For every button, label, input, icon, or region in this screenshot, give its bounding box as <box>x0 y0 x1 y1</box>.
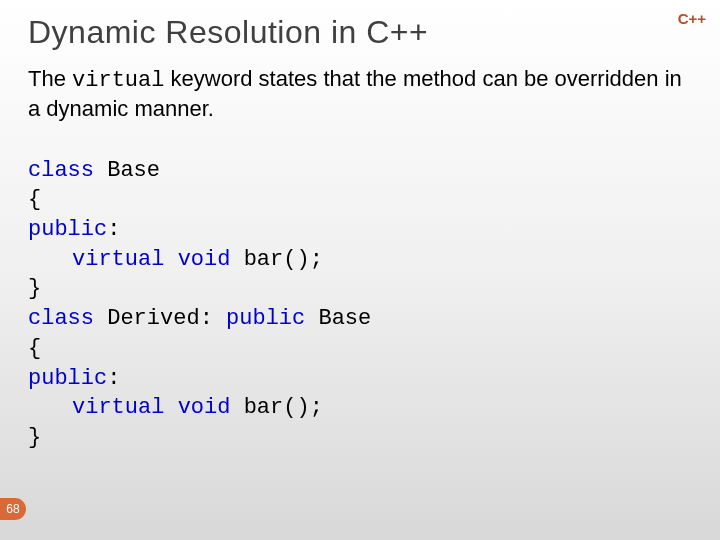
page-number-badge: 68 <box>0 498 26 520</box>
code-text: Base <box>94 158 160 183</box>
kw-void-1: void <box>178 247 231 272</box>
code-line-8: public: <box>28 366 120 391</box>
code-space <box>164 247 177 272</box>
kw-public-3: public <box>28 366 107 391</box>
kw-public-1: public <box>28 217 107 242</box>
slide: C++ Dynamic Resolution in C++ The virtua… <box>0 0 720 540</box>
code-text: : <box>107 217 120 242</box>
intro-pre: The <box>28 66 72 91</box>
code-line-2: { <box>28 187 41 212</box>
code-space <box>164 395 177 420</box>
language-badge: C++ <box>678 10 706 27</box>
code-line-7: { <box>28 336 41 361</box>
kw-void-2: void <box>178 395 231 420</box>
kw-virtual-1: virtual <box>72 247 164 272</box>
kw-public-2: public <box>226 306 305 331</box>
code-block: class Base { public: virtual void bar();… <box>28 126 692 453</box>
intro-keyword: virtual <box>72 68 164 93</box>
slide-title: Dynamic Resolution in C++ <box>28 14 692 51</box>
kw-class-1: class <box>28 158 94 183</box>
code-line-6: class Derived: public Base <box>28 306 371 331</box>
intro-text: The virtual keyword states that the meth… <box>28 65 692 122</box>
code-text: Derived: <box>94 306 226 331</box>
code-line-10: } <box>28 425 41 450</box>
code-line-4: virtual void bar(); <box>28 245 323 275</box>
code-text: : <box>107 366 120 391</box>
code-line-5: } <box>28 276 41 301</box>
code-line-9: virtual void bar(); <box>28 393 323 423</box>
code-text: Base <box>305 306 371 331</box>
code-line-3: public: <box>28 217 120 242</box>
kw-class-2: class <box>28 306 94 331</box>
code-text: bar(); <box>230 247 322 272</box>
kw-virtual-2: virtual <box>72 395 164 420</box>
code-line-1: class Base <box>28 158 160 183</box>
code-text: bar(); <box>230 395 322 420</box>
